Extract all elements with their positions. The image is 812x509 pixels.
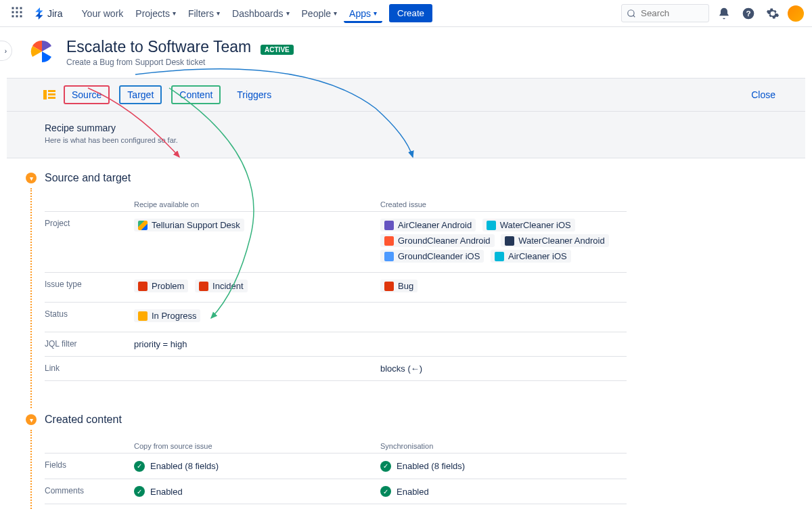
svg-rect-4: [16, 12, 18, 14]
svg-text:?: ?: [746, 9, 750, 18]
project-icon: [487, 221, 496, 230]
project-icon: [505, 236, 514, 246]
chevron-down-icon: ▾: [374, 9, 377, 17]
svg-rect-3: [12, 12, 14, 14]
issuetype-lozenge: Incident: [195, 280, 248, 292]
svg-rect-8: [20, 16, 22, 18]
project-lozenge: Tellurian Support Desk: [134, 219, 244, 231]
svg-rect-7: [16, 16, 18, 18]
section-source-target: ▾ Source and target Recipe available on …: [45, 172, 789, 381]
chevron-down-icon: ▾: [286, 9, 290, 17]
tab-content[interactable]: Content: [171, 85, 221, 104]
svg-point-9: [628, 9, 634, 16]
issuetype-lozenge: Problem: [134, 280, 188, 292]
close-link[interactable]: Close: [751, 89, 789, 100]
section-title: Created content: [45, 414, 122, 426]
top-navigation: Jira Your work Projects▾ Filters▾ Dashbo…: [0, 0, 812, 27]
table-row: Attachments ✓Enabled ✓Enabled: [45, 504, 627, 509]
project-lozenge: GroundCleaner Android: [380, 234, 495, 247]
recipe-logo: [28, 38, 55, 65]
chevron-down-icon: ▾: [334, 9, 337, 17]
summary-section: Recipe summary Here is what has been con…: [7, 112, 805, 158]
project-icon: [384, 221, 394, 230]
nav-people[interactable]: People▾: [296, 4, 343, 23]
check-icon: ✓: [134, 461, 145, 472]
chevron-down-icon: ▾: [173, 9, 176, 17]
col-header-source: Copy from source issue: [134, 442, 380, 450]
project-icon: [384, 236, 394, 246]
summary-title: Recipe summary: [45, 123, 789, 133]
svg-rect-5: [20, 12, 22, 14]
section-title: Source and target: [45, 172, 131, 184]
nav-dashboards[interactable]: Dashboards▾: [227, 4, 295, 23]
col-header-source: Recipe available on: [134, 200, 380, 208]
section-chevron-icon[interactable]: ▾: [26, 173, 37, 183]
project-icon: [138, 221, 148, 230]
table-row: Fields ✓Enabled (8 fields) ✓Enabled (8 f…: [45, 453, 627, 479]
help-icon[interactable]: ?: [739, 4, 758, 23]
check-icon: ✓: [134, 486, 145, 497]
nav-your-work[interactable]: Your work: [76, 4, 129, 23]
summary-subtitle: Here is what has been configured so far.: [45, 136, 789, 144]
svg-rect-13: [48, 90, 55, 92]
search-input-wrapper: [621, 4, 709, 22]
status-badge: ACTIVE: [261, 45, 294, 55]
project-lozenge: WaterCleaner Android: [501, 234, 608, 247]
tab-source[interactable]: Source: [64, 85, 110, 104]
table-row: Project Tellurian Support Desk AirCleane…: [45, 212, 627, 273]
page-header: Escalate to Software Team ACTIVE Create …: [7, 27, 805, 78]
settings-icon[interactable]: [763, 4, 782, 23]
tab-target[interactable]: Target: [119, 85, 162, 104]
tab-triggers[interactable]: Triggers: [230, 87, 278, 103]
tab-bar: Source Target Content Triggers Close: [7, 78, 805, 112]
project-lozenge: AirCleaner iOS: [491, 250, 571, 263]
table-row: Issue type Problem Incident Bug: [45, 273, 627, 303]
col-header-target: Created issue: [380, 200, 627, 208]
svg-rect-12: [43, 90, 47, 99]
nav-filters[interactable]: Filters▾: [183, 4, 225, 23]
search-icon: [627, 9, 636, 18]
issuetype-icon: [199, 282, 208, 291]
section-chevron-icon[interactable]: ▾: [26, 414, 37, 425]
col-header-target: Synchronisation: [380, 442, 627, 450]
page-subtitle: Create a Bug from Support Desk ticket: [66, 58, 294, 67]
project-icon: [384, 252, 394, 261]
app-switcher-icon[interactable]: [8, 3, 26, 23]
project-lozenge: WaterCleaner iOS: [482, 219, 575, 231]
create-button[interactable]: Create: [389, 4, 432, 22]
svg-rect-1: [16, 7, 18, 9]
nav-projects[interactable]: Projects▾: [130, 4, 181, 23]
issuetype-lozenge: Bug: [380, 280, 418, 292]
section-created-content: ▾ Created content Copy from source issue…: [45, 414, 789, 509]
svg-rect-0: [12, 7, 14, 9]
svg-rect-2: [20, 7, 22, 9]
nav-apps[interactable]: Apps▾: [344, 4, 382, 23]
page-title: Escalate to Software Team: [66, 38, 251, 56]
check-icon: ✓: [380, 461, 391, 472]
status-lozenge: In Progress: [134, 309, 200, 322]
jira-logo-text: Jira: [47, 8, 63, 19]
table-row: Link blocks (←): [45, 357, 627, 381]
svg-rect-15: [48, 97, 55, 99]
chevron-down-icon: ▾: [217, 9, 220, 17]
table-row: Status In Progress: [45, 303, 627, 332]
table-row: Comments ✓Enabled ✓Enabled: [45, 479, 627, 505]
table-row: JQL filter priority = high: [45, 332, 627, 357]
layout-icon: [43, 90, 55, 99]
project-lozenge: GroundCleander iOS: [380, 250, 484, 263]
user-avatar[interactable]: [788, 5, 804, 22]
issuetype-icon: [138, 282, 148, 291]
issuetype-icon: [384, 282, 394, 291]
notifications-icon[interactable]: [715, 4, 734, 23]
svg-rect-14: [48, 93, 55, 95]
project-lozenge: AirCleaner Android: [380, 219, 476, 231]
check-icon: ✓: [380, 486, 391, 497]
jira-logo[interactable]: Jira: [28, 7, 68, 20]
status-icon: [138, 311, 148, 321]
svg-rect-6: [12, 16, 14, 18]
project-icon: [495, 252, 504, 261]
